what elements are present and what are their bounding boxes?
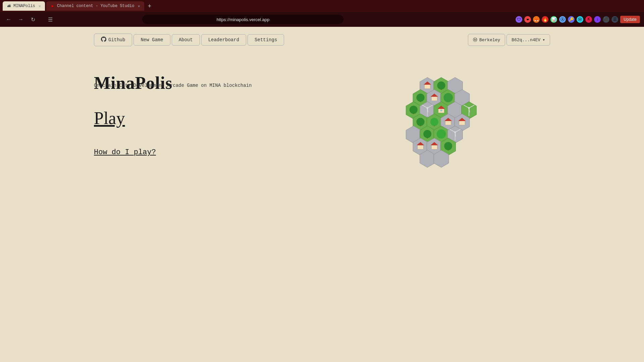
hex-grid-svg xyxy=(386,73,486,177)
berkeley-button[interactable]: Ⓜ Berkeley xyxy=(468,34,505,46)
github-label: Github xyxy=(108,37,125,43)
address-bar: ← → ↻ ☰ 🛡 ❤ 🦊 🔥 📊 Ⓐ 🔑 Ⓜ K ↓ ⬛ ☰ Update xyxy=(0,12,644,27)
extension-icon-11[interactable]: ⬛ xyxy=(603,16,609,23)
svg-rect-1 xyxy=(425,84,430,88)
new-game-button[interactable]: New Game xyxy=(133,34,170,46)
extension-icon-1[interactable]: 🛡 xyxy=(516,16,522,23)
svg-point-48 xyxy=(444,142,452,150)
extension-icon-5[interactable]: 📊 xyxy=(550,16,557,23)
game-subtitle: On-chain City-Development Arcade Game on… xyxy=(94,83,315,88)
svg-point-27 xyxy=(416,118,424,126)
extension-icon-6[interactable]: Ⓐ xyxy=(559,16,566,23)
how-to-play-link[interactable]: How do I play? xyxy=(94,148,156,157)
page-content: Github New Game About Leaderboard Settin… xyxy=(0,27,644,362)
tab-favicon-youtube: ▶ xyxy=(50,4,55,8)
svg-point-4 xyxy=(437,81,445,89)
tab-title-youtube: Channel content - YouTube Studio xyxy=(57,4,134,8)
right-section xyxy=(329,73,550,180)
svg-point-37 xyxy=(437,129,446,139)
svg-marker-0 xyxy=(386,73,394,82)
wallet-address: B62q...n4EV xyxy=(512,38,540,43)
extension-icon-4[interactable]: 🔥 xyxy=(542,16,548,23)
hex-grid-container xyxy=(386,73,493,180)
mina-icon: Ⓜ xyxy=(473,37,477,43)
tab-bar: 🏙 MINAPolis ✕ ▶ Channel content - YouTub… xyxy=(0,0,644,12)
extension-icon-10[interactable]: ↓ xyxy=(594,16,601,23)
github-icon xyxy=(101,37,106,43)
browser-actions: 🛡 ❤ 🦊 🔥 📊 Ⓐ 🔑 Ⓜ K ↓ ⬛ ☰ Update xyxy=(516,16,640,23)
svg-point-10 xyxy=(443,93,453,102)
nav-bar: Github New Game About Leaderboard Settin… xyxy=(0,27,644,53)
title-section: MinaPolis On-chain City-Development Arca… xyxy=(94,73,315,88)
svg-rect-43 xyxy=(418,145,423,149)
left-section: MinaPolis On-chain City-Development Arca… xyxy=(94,73,315,157)
cta-section: Play xyxy=(94,102,315,128)
tab-youtube[interactable]: ▶ Channel content - YouTube Studio ✕ xyxy=(46,1,144,11)
tab-close-minapolis[interactable]: ✕ xyxy=(39,4,41,9)
extension-icon-12[interactable]: ☰ xyxy=(611,16,618,23)
tab-title-minapolis: MINAPolis xyxy=(13,4,35,8)
svg-point-12 xyxy=(410,106,418,114)
tab-minapolis[interactable]: 🏙 MINAPolis ✕ xyxy=(3,1,45,11)
address-input[interactable] xyxy=(142,15,343,24)
extension-icon-8[interactable]: Ⓜ xyxy=(577,16,583,23)
wallet-dropdown-button[interactable]: B62q...n4EV ▾ xyxy=(506,34,550,46)
main-content: MinaPolis On-chain City-Development Arca… xyxy=(0,53,644,200)
extension-icon-2[interactable]: ❤ xyxy=(524,16,531,23)
back-button[interactable]: ← xyxy=(4,15,13,24)
new-tab-button[interactable]: + xyxy=(146,2,154,10)
refresh-button[interactable]: ↻ xyxy=(28,15,38,24)
extension-icon-9[interactable]: K xyxy=(585,16,592,23)
svg-rect-32 xyxy=(459,121,465,125)
extension-icon-7[interactable]: 🔑 xyxy=(568,16,575,23)
svg-rect-7 xyxy=(431,97,437,101)
about-button[interactable]: About xyxy=(172,34,200,46)
svg-rect-45 xyxy=(431,145,437,149)
chevron-down-icon: ▾ xyxy=(542,37,545,43)
svg-rect-20 xyxy=(440,110,442,111)
tab-favicon-minapolis: 🏙 xyxy=(7,4,11,8)
svg-point-29 xyxy=(430,118,438,126)
tab-close-youtube[interactable]: ✕ xyxy=(138,4,140,9)
help-section: How do I play? xyxy=(94,141,315,157)
extension-icon-3[interactable]: 🦊 xyxy=(533,16,540,23)
play-link[interactable]: Play xyxy=(94,108,125,128)
forward-button[interactable]: → xyxy=(16,15,25,24)
leaderboard-button[interactable]: Leaderboard xyxy=(201,34,246,46)
berkeley-label: Berkeley xyxy=(479,38,500,43)
update-button[interactable]: Update xyxy=(620,16,640,23)
browser-chrome: 🏙 MINAPolis ✕ ▶ Channel content - YouTub… xyxy=(0,0,644,27)
bookmark-button[interactable]: ☰ xyxy=(46,15,55,24)
github-button[interactable]: Github xyxy=(94,34,132,46)
svg-rect-30 xyxy=(445,121,451,125)
svg-point-6 xyxy=(416,94,424,102)
settings-button[interactable]: Settings xyxy=(248,34,284,46)
svg-point-35 xyxy=(423,130,431,138)
